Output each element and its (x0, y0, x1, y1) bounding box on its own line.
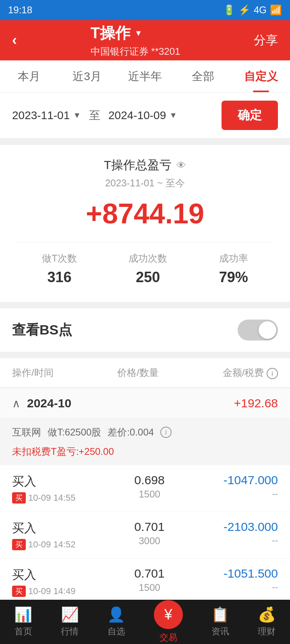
table-row: 买入 买 10-09 14:49 0.701 1500 -1051.500 -- (0, 559, 290, 605)
share-button[interactable]: 分享 (254, 32, 278, 49)
date-picker-row: 2023-11-01 ▼ 至 2024-10-09 ▼ 确定 (0, 93, 290, 138)
tab-bar: 本月 近3月 近半年 全部 自定义 (0, 60, 290, 93)
month-profit: +192.68 (234, 396, 278, 410)
end-date: 2024-10-09 (108, 109, 166, 122)
status-bar: 19:18 🔋 ⚡ 4G 📶 (0, 0, 290, 20)
wealth-icon: 💰 (258, 606, 276, 623)
market-icon: 📈 (61, 606, 79, 623)
trans-left-1: 买入 买 10-09 14:55 (12, 473, 75, 504)
trans-mid-1: 0.698 1500 (135, 473, 165, 500)
stock-name: 互联网 (12, 426, 41, 439)
end-date-arrow: ▼ (169, 111, 177, 120)
start-date-picker[interactable]: 2023-11-01 ▼ (12, 109, 81, 122)
visibility-icon[interactable]: 👁 (176, 160, 186, 171)
trans-amount-1: -1047.000 (224, 473, 278, 487)
start-date-arrow: ▼ (73, 111, 81, 120)
stock-info-bar: 互联网 做T:62500股 差价:0.004 i 未扣税费T盈亏:+250.00 (0, 419, 290, 465)
trans-right-1: -1047.000 -- (224, 473, 278, 499)
summary-stats: 做T次数 316 成功次数 250 成功率 79% (16, 242, 274, 286)
month-expand-icon: ∧ (12, 397, 21, 410)
trans-action-1: 买入 (12, 473, 75, 490)
month-label: 2024-10 (27, 396, 71, 410)
back-button[interactable]: ‹ (12, 32, 17, 49)
header: ‹ T操作 ▼ 中国银行证券 **3201 分享 (0, 20, 290, 60)
stock-info-icon[interactable]: i (160, 427, 172, 438)
bs-section: 查看BS点 (0, 308, 290, 352)
nav-home[interactable]: 📊 首页 (14, 606, 32, 638)
toggle-knob (259, 321, 276, 339)
dropdown-icon[interactable]: ▼ (135, 29, 143, 38)
date-separator: 至 (89, 108, 100, 123)
amount-info-icon[interactable]: i (267, 368, 278, 379)
col-header-price: 价格/数量 (117, 366, 159, 379)
month-row[interactable]: ∧ 2024-10 +192.68 (0, 388, 290, 419)
tab-month[interactable]: 本月 (0, 60, 58, 92)
trans-time-1: 10-09 14:55 (28, 493, 75, 503)
status-time: 19:18 (8, 4, 32, 16)
table-row: 买入 买 10-09 14:55 0.698 1500 -1047.000 -- (0, 465, 290, 512)
stat-total-trades: 做T次数 316 (42, 252, 77, 286)
summary-date-range: 2023-11-01 ~ 至今 (16, 177, 274, 190)
nav-wealth[interactable]: 💰 理财 (258, 606, 276, 638)
trans-qty-1: 1500 (135, 489, 165, 500)
header-subtitle: 中国银行证券 **3201 (91, 45, 180, 58)
tab-all[interactable]: 全部 (174, 60, 232, 92)
col-header-operation: 操作/时间 (12, 366, 54, 379)
trans-price-1: 0.698 (135, 473, 165, 487)
nav-watchlist[interactable]: 👤 自选 (107, 606, 125, 638)
end-date-picker[interactable]: 2024-10-09 ▼ (108, 109, 177, 122)
nav-trade[interactable]: ¥ 交易 (154, 600, 183, 644)
news-icon: 📋 (211, 606, 229, 623)
trans-tax-1: -- (224, 489, 278, 499)
bs-toggle[interactable] (238, 320, 278, 341)
watchlist-icon: 👤 (107, 606, 125, 623)
header-center: T操作 ▼ 中国银行证券 **3201 (91, 23, 180, 58)
stock-after-tax: 未扣税费T盈亏:+250.00 (12, 445, 114, 458)
trans-badge-1: 买 (12, 492, 26, 504)
stat-success-rate: 成功率 79% (219, 252, 248, 286)
summary-amount: +8744.19 (16, 198, 274, 230)
stock-price-diff: 差价:0.004 (108, 426, 154, 439)
summary-card: T操作总盈亏 👁 2023-11-01 ~ 至今 +8744.19 做T次数 3… (0, 145, 290, 302)
confirm-button[interactable]: 确定 (222, 101, 278, 130)
tab-custom[interactable]: 自定义 (232, 60, 290, 92)
start-date: 2023-11-01 (12, 109, 70, 122)
trade-circle-icon: ¥ (154, 600, 183, 629)
tab-halfyear[interactable]: 近半年 (116, 60, 174, 92)
tab-3month[interactable]: 近3月 (58, 60, 116, 92)
summary-title: T操作总盈亏 👁 (16, 157, 274, 173)
table-row: 买入 买 10-09 14:52 0.701 3000 -2103.000 -- (0, 512, 290, 559)
nav-market[interactable]: 📈 行情 (61, 606, 79, 638)
bottom-nav: 📊 首页 📈 行情 👤 自选 ¥ 交易 📋 资讯 💰 理财 (0, 600, 290, 644)
status-icons: 🔋 ⚡ 4G 📶 (223, 4, 282, 16)
home-icon: 📊 (14, 606, 32, 623)
stat-success-trades: 成功次数 250 (128, 252, 167, 286)
nav-news[interactable]: 📋 资讯 (211, 606, 229, 638)
header-title: T操作 ▼ (91, 23, 180, 43)
stock-shares: 做T:62500股 (48, 426, 101, 439)
col-header-amount: 金额/税费 i (223, 366, 278, 379)
bs-label: 查看BS点 (12, 321, 72, 339)
table-header: 操作/时间 价格/数量 金额/税费 i (0, 358, 290, 388)
